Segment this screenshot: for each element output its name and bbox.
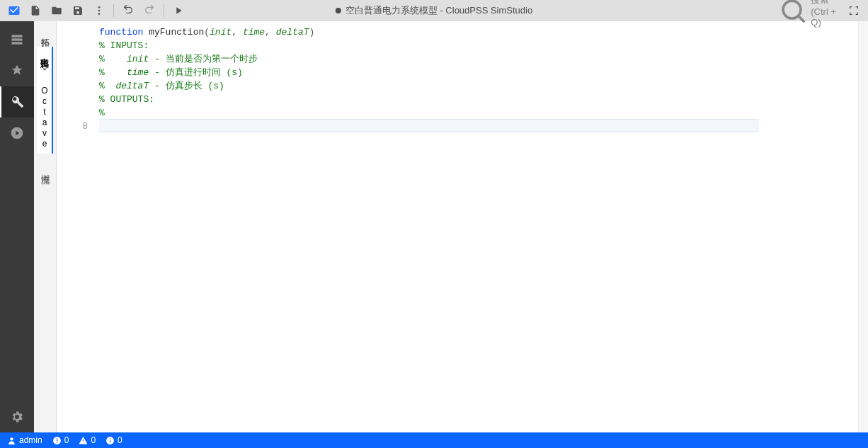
save-button[interactable] xyxy=(68,1,88,21)
run-button[interactable] xyxy=(169,1,188,21)
modified-dot-icon xyxy=(336,8,341,13)
info-icon xyxy=(105,436,115,445)
code-line[interactable]: % OUTPUTS: xyxy=(99,93,858,106)
svg-rect-16 xyxy=(110,438,110,439)
status-info[interactable]: 0 xyxy=(105,435,122,445)
activity-settings-icon[interactable] xyxy=(0,401,34,432)
top-toolbar: 空白普通电力系统模型 - CloudPSS SimStudio 搜索 (Ctrl… xyxy=(0,0,868,21)
svg-rect-8 xyxy=(12,42,23,44)
editor-content[interactable]: function myFunction(init, time, deltaT)%… xyxy=(93,21,858,432)
user-icon xyxy=(7,436,16,445)
status-warnings[interactable]: 0 xyxy=(79,435,96,445)
vertical-tab-1[interactable]: 电磁暂态 - Octave xyxy=(37,47,53,154)
status-bar: admin 0 0 0 xyxy=(0,432,868,448)
svg-point-4 xyxy=(783,1,801,18)
app-logo-icon[interactable] xyxy=(4,1,24,21)
activity-panel-icon[interactable] xyxy=(0,24,34,55)
activity-tools-icon[interactable] xyxy=(0,86,34,117)
vertical-tabs: 拓扑电磁暂态 - Octave潮流 xyxy=(34,21,57,432)
code-line[interactable]: function myFunction(init, time, deltaT) xyxy=(99,25,858,39)
svg-rect-13 xyxy=(57,442,57,442)
open-file-button[interactable] xyxy=(47,1,67,21)
vertical-tab-0[interactable]: 拓扑 xyxy=(38,27,52,37)
status-user[interactable]: admin xyxy=(7,435,42,445)
code-line[interactable]: % xyxy=(99,106,858,120)
svg-point-3 xyxy=(98,13,101,15)
editor-gutter: 8 xyxy=(57,21,93,432)
svg-rect-12 xyxy=(57,438,57,441)
code-line[interactable]: % INPUTS: xyxy=(99,39,858,52)
code-line[interactable]: % time - 仿真进行时间 (s) xyxy=(99,66,858,79)
more-menu-button[interactable] xyxy=(89,1,109,21)
redo-button[interactable] xyxy=(139,1,159,21)
undo-button[interactable] xyxy=(118,1,138,21)
window-title: 空白普通电力系统模型 - CloudPSS SimStudio xyxy=(336,4,532,17)
code-editor[interactable]: 8 function myFunction(init, time, deltaT… xyxy=(57,21,868,432)
activity-component-icon[interactable] xyxy=(0,55,34,86)
svg-rect-7 xyxy=(12,38,23,40)
new-file-button[interactable] xyxy=(25,1,45,21)
vertical-tab-2[interactable]: 潮流 xyxy=(38,163,52,173)
error-icon xyxy=(52,436,62,445)
status-errors[interactable]: 0 xyxy=(52,435,69,445)
fullscreen-button[interactable] xyxy=(844,1,864,21)
svg-point-2 xyxy=(98,10,101,12)
svg-point-10 xyxy=(10,437,13,440)
code-line[interactable] xyxy=(99,119,759,132)
activity-run-icon[interactable] xyxy=(0,117,34,149)
scrollbar-vertical[interactable] xyxy=(858,21,868,432)
svg-rect-15 xyxy=(110,440,110,442)
code-line[interactable]: % deltaT - 仿真步长 (s) xyxy=(99,79,858,93)
svg-rect-6 xyxy=(12,35,23,37)
svg-point-1 xyxy=(98,6,101,8)
code-line[interactable]: % init - 当前是否为第一个时步 xyxy=(99,52,858,66)
activity-bar xyxy=(0,21,34,432)
warning-icon xyxy=(79,436,88,445)
